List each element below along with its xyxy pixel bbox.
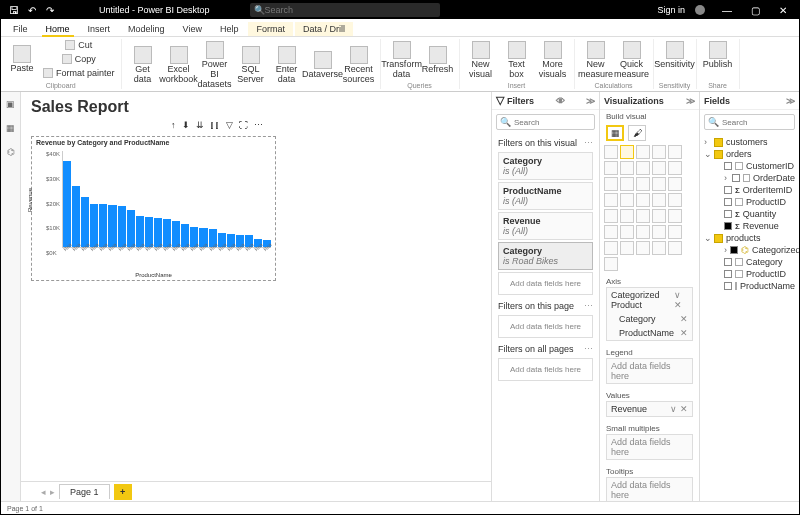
chevron-down-icon[interactable]: ∨ ✕ [674, 290, 688, 310]
field-ProductID[interactable]: ProductID [704, 196, 795, 208]
sqlserver-button[interactable]: SQLServer [234, 39, 268, 92]
values-well[interactable]: Revenue∨ ✕ [606, 401, 693, 417]
viz-type-icon[interactable] [604, 241, 618, 255]
bar[interactable] [72, 186, 80, 247]
viz-type-icon[interactable] [636, 177, 650, 191]
viz-type-icon[interactable] [620, 209, 634, 223]
add-field-well[interactable]: Add data fields here [498, 358, 593, 381]
viz-type-icon[interactable] [668, 145, 682, 159]
add-field-well[interactable]: Add data fields here [498, 315, 593, 338]
checkbox[interactable] [724, 198, 732, 206]
recentsources-button[interactable]: Recentsources [342, 39, 376, 92]
newmeasure-button[interactable]: Newmeasure [579, 39, 613, 82]
global-search[interactable]: 🔍 [250, 3, 440, 17]
viz-type-icon[interactable] [604, 161, 618, 175]
legend-well[interactable]: Add data fields here [606, 358, 693, 384]
global-search-input[interactable] [265, 5, 436, 15]
format-painter-button[interactable]: Format painter [41, 67, 117, 80]
fields-search-input[interactable] [722, 118, 791, 127]
add-page-button[interactable]: + [114, 484, 132, 500]
viz-type-icon[interactable] [668, 209, 682, 223]
drill-down-icon[interactable]: ⬇ [182, 120, 190, 130]
menu-home[interactable]: Home [38, 22, 78, 36]
getdata-button[interactable]: Getdata [126, 39, 160, 92]
focus-icon[interactable]: ⛶ [239, 120, 248, 130]
morevisuals-button[interactable]: Morevisuals [536, 39, 570, 82]
sensitivity-button[interactable]: Sensitivity [658, 39, 692, 72]
viz-type-icon[interactable] [652, 193, 666, 207]
field-Revenue[interactable]: ΣRevenue [704, 220, 795, 232]
viz-type-icon[interactable] [604, 209, 618, 223]
minimize-icon[interactable]: — [715, 5, 739, 16]
table-orders[interactable]: ⌄orders [704, 148, 795, 160]
textbox-button[interactable]: Textbox [500, 39, 534, 82]
maximize-icon[interactable]: ▢ [743, 5, 767, 16]
viz-type-icon[interactable] [668, 241, 682, 255]
viz-type-icon[interactable] [636, 241, 650, 255]
viz-type-icon[interactable] [620, 241, 634, 255]
checkbox[interactable] [724, 282, 732, 290]
bar[interactable] [63, 161, 71, 247]
viz-type-icon[interactable] [604, 193, 618, 207]
signin-link[interactable]: Sign in [657, 5, 685, 15]
bar[interactable] [81, 197, 89, 247]
next-page-icon[interactable]: ▸ [50, 487, 55, 497]
remove-icon[interactable]: ✕ [680, 314, 688, 324]
viz-type-icon[interactable] [652, 225, 666, 239]
remove-icon[interactable]: ✕ [680, 328, 688, 338]
undo-icon[interactable]: ↶ [23, 5, 41, 16]
checkbox[interactable] [730, 246, 738, 254]
table-products[interactable]: ⌄products [704, 232, 795, 244]
cut-button[interactable]: Cut [41, 39, 117, 52]
viz-type-icon[interactable] [668, 225, 682, 239]
viz-type-icon[interactable] [604, 225, 618, 239]
viz-type-icon[interactable] [636, 209, 650, 223]
bar[interactable] [99, 204, 107, 247]
menu-file[interactable]: File [5, 22, 36, 36]
redo-icon[interactable]: ↷ [41, 5, 59, 16]
checkbox[interactable] [732, 174, 740, 182]
copy-button[interactable]: Copy [41, 53, 117, 66]
checkbox[interactable] [724, 186, 732, 194]
expand-icon[interactable]: ⇊ [196, 120, 204, 130]
viz-type-icon[interactable] [652, 161, 666, 175]
more-icon[interactable]: ⋯ [254, 120, 263, 130]
viz-type-icon[interactable] [636, 193, 650, 207]
viz-type-icon[interactable] [636, 225, 650, 239]
viz-type-icon[interactable] [604, 145, 618, 159]
bar[interactable] [118, 206, 126, 247]
filter-card[interactable]: Categoryis (All) [498, 152, 593, 180]
viz-type-icon[interactable] [636, 161, 650, 175]
fields-search[interactable]: 🔍 [704, 114, 795, 130]
viz-type-icon[interactable] [652, 145, 666, 159]
save-icon[interactable]: 🖫 [5, 5, 23, 16]
publish-button[interactable]: Publish [701, 39, 735, 72]
filter-icon[interactable]: ▽ [226, 120, 233, 130]
close-icon[interactable]: ✕ [771, 5, 795, 16]
more-icon[interactable]: ⋯ [584, 138, 593, 148]
paste-button[interactable]: Paste [5, 39, 39, 80]
viz-type-icon[interactable] [620, 145, 634, 159]
bar-chart-visual[interactable]: Revenue by Category and ProductName Reve… [31, 136, 276, 281]
report-view-icon[interactable]: ▣ [1, 92, 20, 116]
viz-type-icon[interactable] [652, 177, 666, 191]
field-OrderDate[interactable]: ›OrderDate [704, 172, 795, 184]
field-OrderItemID[interactable]: ΣOrderItemID [704, 184, 795, 196]
field-CustomerID[interactable]: CustomerID [704, 160, 795, 172]
transformdata-button[interactable]: Transformdata [385, 39, 419, 82]
quickmeasure-button[interactable]: Quickmeasure [615, 39, 649, 82]
field-Quantity[interactable]: ΣQuantity [704, 208, 795, 220]
enterdata-button[interactable]: Enterdata [270, 39, 304, 92]
menu-insert[interactable]: Insert [80, 22, 119, 36]
menu-format[interactable]: Format [248, 22, 293, 36]
viz-type-icon[interactable] [668, 193, 682, 207]
viz-type-icon[interactable] [620, 193, 634, 207]
eye-icon[interactable]: 👁 [556, 96, 565, 106]
field-Category[interactable]: Category [704, 256, 795, 268]
add-field-well[interactable]: Add data fields here [498, 272, 593, 295]
filters-search-input[interactable] [514, 118, 591, 127]
viz-type-icon[interactable] [668, 161, 682, 175]
menu-modeling[interactable]: Modeling [120, 22, 173, 36]
build-tab-icon[interactable]: ▦ [606, 125, 624, 141]
field-CategorizedPro[interactable]: ›⌬Categorized Pro... [704, 244, 795, 256]
